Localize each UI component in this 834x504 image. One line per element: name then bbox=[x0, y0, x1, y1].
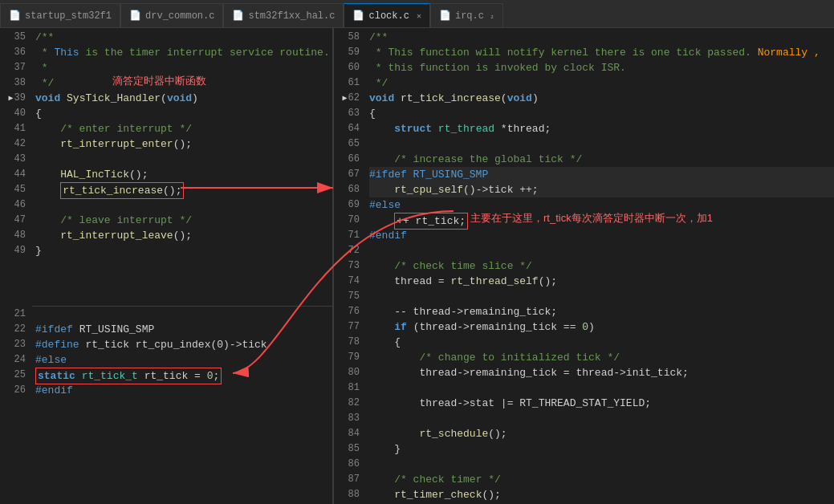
line-39: void SysTick_Handler(void) bbox=[35, 91, 332, 106]
line-38: */ bbox=[35, 75, 332, 91]
tab-clock-icon: 📄 bbox=[352, 10, 364, 22]
tab-irq-label: irq.c bbox=[455, 10, 484, 22]
r-line-87: /* check timer */ bbox=[369, 472, 834, 487]
tab-hal-label: stm32f1xx_hal.c bbox=[248, 10, 335, 22]
line-44: HAL_IncTick(); bbox=[35, 167, 332, 182]
r-line-62: void rt_tick_increase(void) bbox=[369, 91, 834, 106]
r-line-59: * This function will notify kernel there… bbox=[369, 45, 834, 60]
line-49: } bbox=[35, 243, 332, 258]
tab-hal[interactable]: 📄 stm32f1xx_hal.c bbox=[223, 3, 344, 27]
tab-startup-label: startup_stm32f1 bbox=[25, 10, 112, 22]
line-41: /* enter interrupt */ bbox=[35, 121, 332, 136]
line-36: * This is the timer interrupt service ro… bbox=[35, 45, 332, 60]
r-line-72 bbox=[369, 243, 834, 258]
tab-hal-icon: 📄 bbox=[232, 10, 244, 22]
r-line-67: #ifdef RT_USING_SMP bbox=[369, 167, 834, 182]
r-line-77: if (thread->remaining_tick == 0) bbox=[369, 319, 834, 335]
tab-clock[interactable]: 📄 clock.c ✕ bbox=[344, 3, 429, 27]
r-line-86 bbox=[369, 457, 834, 472]
r-line-75 bbox=[369, 289, 834, 304]
line-43 bbox=[35, 152, 332, 167]
editor-area: 35 36 37 38 ▶39 40 41 42 43 44 45 46 47 … bbox=[0, 28, 834, 504]
r-line-69: #else bbox=[369, 197, 834, 213]
r-line-70: ++ rt_tick; bbox=[369, 213, 834, 228]
line-42: rt_interrupt_enter(); bbox=[35, 136, 332, 152]
r-line-79: /* change to initialized tick */ bbox=[369, 350, 834, 365]
tab-clock-label: clock.c bbox=[368, 10, 409, 22]
line-24: #else bbox=[35, 352, 332, 368]
tab-drv-icon: 📄 bbox=[129, 10, 141, 22]
line-26: #endif bbox=[35, 383, 332, 398]
r-line-71: #endif bbox=[369, 228, 834, 243]
right-panel: 58 59 60 61 ▶62 63 64 65 66 67 68 69 70 … bbox=[334, 28, 834, 504]
tab-drv-label: drv_common.c bbox=[145, 10, 214, 22]
tab-irq-count: ₂ bbox=[490, 11, 494, 21]
r-line-58: /** bbox=[369, 30, 834, 45]
line-25: static rt_tick_t rt_tick = 0; bbox=[35, 368, 332, 383]
r-line-85: } bbox=[369, 441, 834, 457]
left-code[interactable]: /** * This is the timer interrupt servic… bbox=[32, 28, 332, 504]
right-line-numbers: 58 59 60 61 ▶62 63 64 65 66 67 68 69 70 … bbox=[334, 28, 366, 504]
line-21 bbox=[35, 307, 332, 322]
r-line-82: thread->stat |= RT_THREAD_STAT_YIELD; bbox=[369, 396, 834, 411]
r-line-60: * this function is invoked by clock ISR. bbox=[369, 60, 834, 75]
line-45: rt_tick_increase(); bbox=[35, 182, 332, 197]
tab-drv-common[interactable]: 📄 drv_common.c bbox=[120, 3, 223, 27]
line-47: /* leave interrupt */ bbox=[35, 213, 332, 228]
r-line-76: -- thread->remaining_tick; bbox=[369, 304, 834, 319]
line-35: /** bbox=[35, 30, 332, 45]
line-40: { bbox=[35, 106, 332, 121]
r-line-88: rt_timer_check(); bbox=[369, 487, 834, 502]
tab-irq[interactable]: 📄 irq.c ₂ bbox=[430, 3, 503, 27]
r-line-78: { bbox=[369, 335, 834, 350]
line-46 bbox=[35, 197, 332, 213]
left-line-numbers: 35 36 37 38 ▶39 40 41 42 43 44 45 46 47 … bbox=[0, 28, 32, 504]
line-48: rt_interrupt_leave(); bbox=[35, 228, 332, 243]
r-line-83 bbox=[369, 411, 834, 426]
r-line-84: rt_schedule(); bbox=[369, 426, 834, 441]
tab-startup-icon: 📄 bbox=[9, 10, 21, 22]
line-23: #define rt_tick rt_cpu_index(0)->tick bbox=[35, 337, 332, 352]
line-22: #ifdef RT_USING_SMP bbox=[35, 322, 332, 337]
tab-startup[interactable]: 📄 startup_stm32f1 bbox=[0, 3, 120, 27]
r-line-64: struct rt_thread *thread; bbox=[369, 121, 834, 136]
r-line-61: */ bbox=[369, 75, 834, 91]
r-line-63: { bbox=[369, 106, 834, 121]
tab-irq-icon: 📄 bbox=[439, 10, 451, 22]
left-panel: 35 36 37 38 ▶39 40 41 42 43 44 45 46 47 … bbox=[0, 28, 333, 504]
line-37: * bbox=[35, 60, 332, 75]
r-line-74: thread = rt_thread_self(); bbox=[369, 274, 834, 289]
r-line-66: /* increase the global tick */ bbox=[369, 152, 834, 167]
tab-clock-close[interactable]: ✕ bbox=[417, 11, 421, 21]
r-line-81 bbox=[369, 380, 834, 396]
r-line-80: thread->remaining_tick = thread->init_ti… bbox=[369, 365, 834, 380]
r-line-73: /* check time slice */ bbox=[369, 258, 834, 274]
r-line-65 bbox=[369, 136, 834, 152]
tab-bar: 📄 startup_stm32f1 📄 drv_common.c 📄 stm32… bbox=[0, 0, 834, 28]
r-line-68: rt_cpu_self()->tick ++; bbox=[369, 182, 834, 197]
right-code[interactable]: /** * This function will notify kernel t… bbox=[366, 28, 834, 504]
